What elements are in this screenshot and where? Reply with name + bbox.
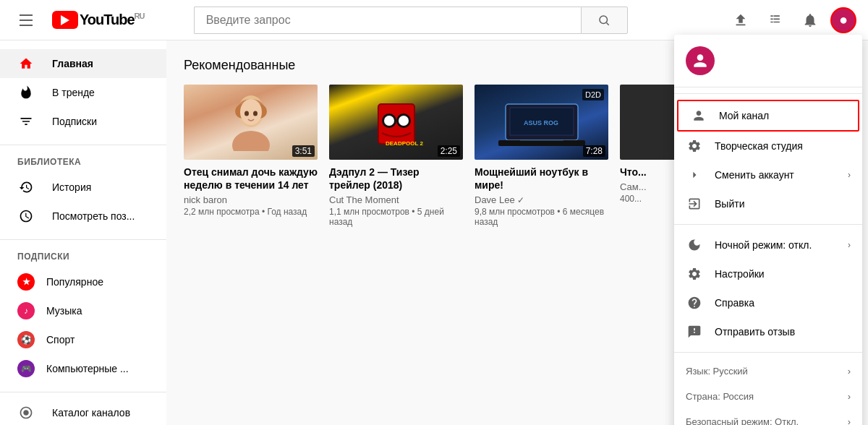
sidebar-item-watch-later[interactable]: Посмотреть поз...	[0, 202, 166, 231]
logout-label: Выйти	[715, 198, 851, 210]
sidebar-channels-label: Каталог каналов	[52, 407, 130, 418]
menu-item-settings[interactable]: Настройки	[674, 259, 862, 288]
sidebar-home-label: Главная	[52, 58, 93, 69]
menu-user-header	[674, 35, 862, 87]
country-arrow-icon: ›	[848, 391, 851, 402]
video-views-4: 400...	[620, 194, 642, 204]
hamburger-menu-button[interactable]	[12, 6, 41, 35]
user-avatar-button[interactable]: ●	[830, 7, 856, 33]
youtube-icon	[52, 11, 78, 29]
menu-item-my-channel[interactable]: Мой канал	[677, 100, 859, 132]
night-mode-arrow-icon: ›	[848, 240, 851, 250]
language-label: Язык: Русский	[686, 366, 748, 377]
menu-item-switch-account[interactable]: Сменить аккаунт ›	[674, 160, 862, 189]
home-icon	[17, 56, 35, 71]
menu-item-country[interactable]: Страна: Россия ›	[674, 384, 862, 409]
menu-divider-3	[674, 352, 862, 353]
safe-mode-arrow-icon: ›	[848, 416, 851, 425]
video-views-1: 2,2 млн просмотра	[184, 207, 260, 217]
flame-icon	[17, 85, 35, 100]
svg-point-3	[232, 131, 270, 151]
avatar-person-icon: ●	[839, 12, 848, 28]
history-icon	[17, 180, 35, 194]
menu-item-safe-mode[interactable]: Безопасный режим: Откл. ›	[674, 409, 862, 425]
youtube-logo[interactable]: YouTubeRU	[52, 11, 144, 29]
video-info-1: Отец снимал дочь каждую неделю в течении…	[184, 160, 318, 223]
menu-item-help[interactable]: Справка	[674, 288, 862, 317]
video-info-3: Мощнейший ноутбук в мире! Dave Lee ✓ 9,8…	[475, 160, 608, 233]
subscriptions-icon	[17, 114, 35, 129]
language-arrow-icon: ›	[848, 366, 851, 377]
video-thumb-2: DEADPOOL 2 2:25	[329, 85, 463, 160]
menu-divider-1	[674, 93, 862, 94]
help-icon	[686, 296, 703, 310]
video-card-2[interactable]: DEADPOOL 2 2:25 Дэдпул 2 — Тизер трейлер…	[329, 85, 463, 233]
sidebar-item-subscriptions[interactable]: Подписки	[0, 107, 166, 136]
video-views-2: 1,1 млн просмотров	[329, 207, 409, 217]
sidebar-item-sport[interactable]: ⚽ Спорт	[0, 325, 166, 354]
menu-item-logout[interactable]: Выйти	[674, 189, 862, 218]
video-title-2: Дэдпул 2 — Тизер трейлер (2018)	[329, 166, 463, 192]
svg-rect-21	[498, 140, 585, 146]
apps-button[interactable]	[761, 6, 790, 35]
sidebar-item-music[interactable]: ♪ Музыка	[0, 296, 166, 325]
logo-ru: RU	[135, 12, 145, 20]
menu-item-studio[interactable]: Творческая студия	[674, 132, 862, 160]
logout-icon	[686, 197, 703, 211]
feedback-icon	[686, 325, 703, 339]
sidebar-library-section: БИБЛИОТЕКА История Посмотреть поз...	[0, 151, 166, 231]
upload-button[interactable]	[726, 6, 755, 35]
sidebar-item-trending[interactable]: В тренде	[0, 78, 166, 107]
sidebar-main-section: Главная В тренде Подписки	[0, 49, 166, 136]
search-form	[194, 7, 628, 34]
gaming-label: Компьютерные ...	[46, 363, 129, 374]
video-card-3[interactable]: ASUS ROG 7:28 D2D Мощнейший ноутбук в ми…	[475, 85, 608, 233]
sidebar-item-history[interactable]: История	[0, 173, 166, 202]
feedback-label: Отправить отзыв	[715, 326, 851, 338]
person-icon	[690, 108, 707, 123]
sidebar-history-label: История	[52, 181, 91, 193]
subscriptions-section-title: ПОДПИСКИ	[0, 246, 166, 267]
divider-3	[0, 392, 166, 392]
hamburger-icon	[14, 9, 38, 32]
studio-label: Творческая студия	[715, 140, 851, 152]
moon-icon	[686, 238, 703, 252]
video-info-2: Дэдпул 2 — Тизер трейлер (2018) Cut The …	[329, 160, 463, 233]
menu-item-language[interactable]: Язык: Русский ›	[674, 359, 862, 384]
library-section-title: БИБЛИОТЕКА	[0, 151, 166, 173]
logo-wordmark: YouTubeRU	[80, 12, 144, 28]
search-input[interactable]	[194, 7, 581, 34]
menu-item-night-mode[interactable]: Ночной режим: откл. ›	[674, 231, 862, 259]
sidebar-subscriptions-label: Подписки	[52, 116, 97, 127]
video-meta-1: 2,2 млн просмотра • Год назад	[184, 207, 318, 217]
menu-item-feedback[interactable]: Отправить отзыв	[674, 317, 862, 346]
sidebar-item-gaming[interactable]: 🎮 Компьютерные ...	[0, 354, 166, 383]
header-right: ●	[726, 6, 856, 35]
sidebar-item-channels[interactable]: Каталог каналов	[0, 398, 166, 425]
header-left: YouTubeRU	[12, 6, 144, 35]
duration-badge-3: 7:28	[583, 145, 605, 157]
switch-account-label: Сменить аккаунт	[715, 169, 836, 181]
svg-text:DEADPOOL 2: DEADPOOL 2	[386, 140, 423, 147]
video-meta-3: 9,8 млн просмотров • 6 месяцев назад	[475, 207, 608, 227]
video-card-1[interactable]: 3:51 Отец снимал дочь каждую неделю в те…	[184, 85, 318, 233]
popular-label: Популярное	[46, 276, 103, 288]
bell-icon	[802, 12, 818, 28]
svg-point-7	[244, 111, 249, 116]
svg-line-1	[607, 22, 609, 25]
svg-text:ASUS ROG: ASUS ROG	[524, 119, 558, 126]
sidebar-item-popular[interactable]: ★ Популярное	[0, 267, 166, 296]
notifications-button[interactable]	[796, 6, 825, 35]
sidebar-bottom-section: Каталог каналов Фильмы	[0, 398, 166, 425]
popular-avatar: ★	[17, 273, 35, 291]
sidebar-item-home[interactable]: Главная	[0, 49, 166, 78]
my-channel-label: Мой канал	[719, 110, 846, 121]
gaming-avatar: 🎮	[17, 360, 35, 377]
video-channel-2: Cut The Moment	[329, 194, 463, 205]
video-channel-3: Dave Lee ✓	[475, 194, 608, 205]
settings-icon	[686, 267, 703, 281]
search-button[interactable]	[581, 7, 628, 34]
safe-mode-label: Безопасный режим: Откл.	[686, 416, 799, 425]
video-views-3: 9,8 млн просмотров	[475, 207, 555, 217]
apps-icon	[768, 13, 783, 27]
